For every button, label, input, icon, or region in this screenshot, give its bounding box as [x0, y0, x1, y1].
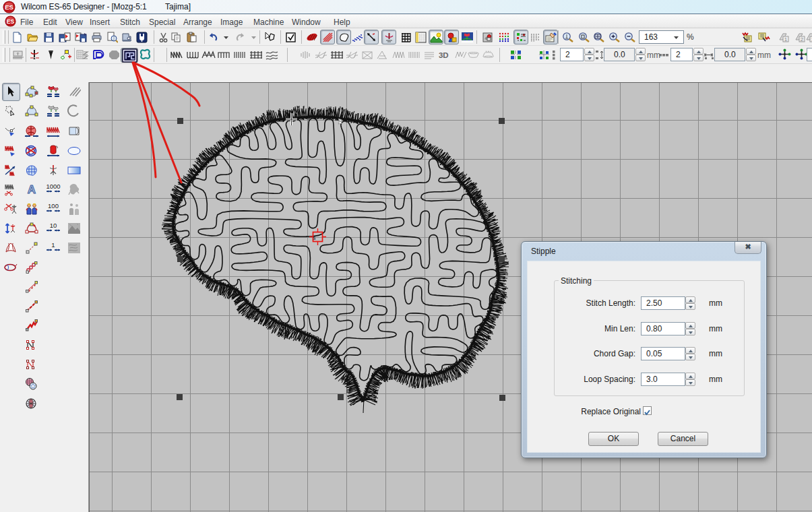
svg-text:s: s [313, 234, 316, 241]
